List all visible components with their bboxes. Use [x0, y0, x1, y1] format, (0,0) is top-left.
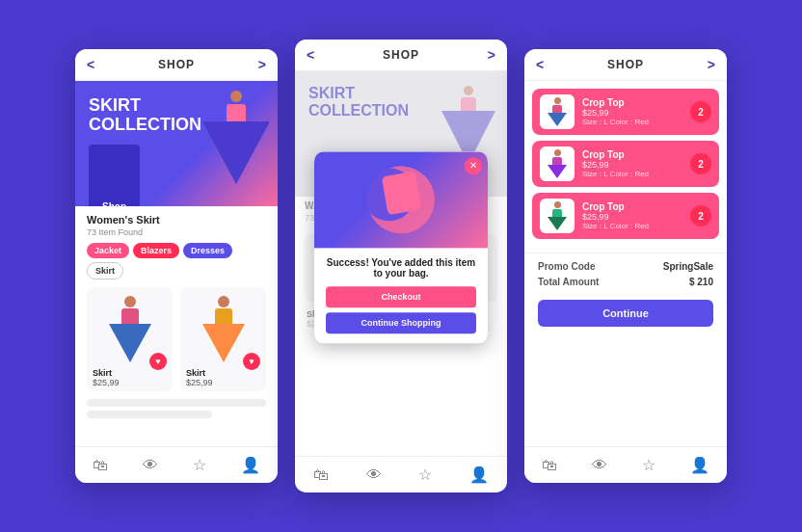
popup-close-btn[interactable]: ✕ [465, 157, 482, 174]
total-label: Total Amount [538, 277, 599, 287]
mini-figure-2 [544, 148, 571, 179]
back-arrow-3[interactable]: < [536, 57, 544, 72]
top-bar-3: < SHOP > [524, 49, 727, 81]
nav-star-2[interactable]: ☆ [418, 466, 432, 484]
bottom-nav-3: 🛍 👁 ☆ 👤 [524, 446, 727, 483]
cart-item-3[interactable]: Crop Top $25,99 Size : L Color : Red 2 [532, 193, 719, 239]
screen-3: < SHOP > Crop Top $25,99 Size : L Color … [524, 49, 727, 483]
loading-rows-1 [75, 399, 278, 418]
product-card-1[interactable]: Skirt $25,99 ♥ [87, 287, 173, 391]
popup-content: Success! You've added this item to your … [314, 248, 488, 343]
forward-arrow-1[interactable]: > [258, 57, 266, 72]
nav-bag-2[interactable]: 🛍 [313, 466, 329, 484]
cart-item-img-1 [540, 94, 575, 129]
bottom-nav-2: 🛍 👁 ☆ 👤 [295, 456, 507, 492]
product-price-1: $25,99 [93, 378, 167, 387]
cart-item-info-3: Crop Top $25,99 Size : L Color : Red [582, 201, 690, 230]
total-value: $ 210 [689, 277, 713, 287]
screen-2: < SHOP > SKIRT COLLECTION W... [295, 40, 507, 492]
popup-illustration [358, 156, 444, 243]
promo-row: Promo Code SpringSale [538, 261, 713, 272]
mini-figure-1 [544, 96, 571, 127]
cart-summary: Promo Code SpringSale Total Amount $ 210… [524, 253, 727, 334]
screens-container: < SHOP > SKIRT COLLECTION Shop Women's S… [56, 20, 746, 512]
cart-item-2[interactable]: Crop Top $25,99 Size : L Color : Red 2 [532, 141, 719, 187]
cart-item-img-2 [540, 146, 575, 181]
screen-1: < SHOP > SKIRT COLLECTION Shop Women's S… [75, 49, 278, 483]
heart-btn-1[interactable]: ♥ [149, 353, 167, 370]
popup-continue-button[interactable]: Continue Shopping [326, 312, 476, 333]
screen2-content: SKIRT COLLECTION W... 73 ✕ [295, 71, 507, 365]
hero2-line1: SKIRT [308, 85, 355, 101]
hero-banner-1: SKIRT COLLECTION Shop [75, 81, 278, 206]
product-figure-2 [197, 292, 250, 364]
popup-success-text: Success! You've added this item to your … [326, 257, 476, 279]
products-grid-1: Skirt $25,99 ♥ Skirt $25,99 ♥ [75, 287, 278, 399]
top-bar-1: < SHOP > [75, 49, 278, 81]
shop-title-1: SHOP [158, 58, 195, 71]
nav-bag-1[interactable]: 🛍 [93, 457, 108, 474]
filter-jacket[interactable]: Jacket [87, 243, 129, 258]
cart-item-name-3: Crop Top [582, 201, 690, 212]
forward-arrow-2[interactable]: > [488, 47, 495, 63]
filter-blazers[interactable]: Blazers [133, 243, 179, 258]
popup-modal: ✕ Success! You've added this item to you… [314, 151, 488, 343]
mini-figure-3 [544, 200, 571, 231]
cart-item-qty-2[interactable]: 2 [690, 153, 711, 174]
product-figure-1 [103, 292, 156, 364]
cart-item-price-3: $25,99 [582, 212, 690, 222]
section-title-1: Women's Skirt [75, 206, 278, 227]
popup-checkout-button[interactable]: Checkout [326, 286, 476, 307]
hero-figure-1 [202, 91, 270, 184]
cart-item-price-1: $25,99 [582, 108, 690, 118]
cart-item-size-2: Size : L Color : Red [582, 170, 690, 178]
nav-eye-3[interactable]: 👁 [592, 457, 607, 474]
cart-item-name-2: Crop Top [582, 149, 690, 160]
cart-item-size-1: Size : L Color : Red [582, 118, 690, 126]
hero-title-line2: COLLECTION [89, 115, 201, 134]
shop-title-2: SHOP [383, 48, 419, 62]
bottom-nav-1: 🛍 👁 ☆ 👤 [75, 446, 278, 483]
product-price-2: $25,99 [186, 378, 260, 387]
filter-skirt[interactable]: Skirt [87, 262, 123, 279]
nav-star-1[interactable]: ☆ [193, 456, 206, 474]
cart-item-price-2: $25,99 [582, 160, 690, 170]
filter-tabs-1: Jacket Blazers Dresses Skirt [75, 243, 278, 287]
back-arrow-1[interactable]: < [87, 57, 94, 72]
promo-label: Promo Code [538, 261, 595, 272]
cart-item-qty-1[interactable]: 2 [690, 101, 711, 122]
hero2-line2: COLLECTION [308, 102, 409, 119]
popup-image: ✕ [314, 151, 488, 248]
filter-dresses[interactable]: Dresses [183, 243, 232, 258]
top-bar-2: < SHOP > [295, 40, 507, 71]
nav-user-3[interactable]: 👤 [690, 456, 709, 474]
hero-shop-button[interactable]: Shop [89, 145, 140, 206]
forward-arrow-3[interactable]: > [708, 57, 715, 72]
nav-star-3[interactable]: ☆ [642, 456, 655, 474]
hero-title-line1: SKIRT [89, 95, 141, 115]
cart-item-name-1: Crop Top [582, 97, 690, 108]
back-arrow-2[interactable]: < [307, 47, 314, 63]
cart-items-list: Crop Top $25,99 Size : L Color : Red 2 C… [524, 81, 727, 253]
cart-item-size-3: Size : L Color : Red [582, 222, 690, 230]
section-sub-1: 73 Item Found [75, 227, 278, 243]
nav-user-2[interactable]: 👤 [469, 466, 489, 484]
nav-user-1[interactable]: 👤 [241, 456, 260, 474]
heart-btn-2[interactable]: ♥ [243, 353, 260, 370]
cart-item-img-3 [540, 199, 575, 233]
cart-item-1[interactable]: Crop Top $25,99 Size : L Color : Red 2 [532, 89, 719, 135]
cart-item-qty-3[interactable]: 2 [690, 205, 711, 226]
cart-continue-button[interactable]: Continue [538, 300, 713, 327]
shop-title-3: SHOP [607, 58, 644, 71]
promo-value: SpringSale [663, 261, 713, 272]
product-card-2[interactable]: Skirt $25,99 ♥ [180, 287, 266, 391]
nav-bag-3[interactable]: 🛍 [542, 457, 557, 474]
cart-item-info-2: Crop Top $25,99 Size : L Color : Red [582, 149, 690, 178]
cart-item-info-1: Crop Top $25,99 Size : L Color : Red [582, 97, 690, 126]
total-row: Total Amount $ 210 [538, 277, 713, 287]
nav-eye-1[interactable]: 👁 [143, 457, 158, 474]
nav-eye-2[interactable]: 👁 [366, 466, 382, 484]
